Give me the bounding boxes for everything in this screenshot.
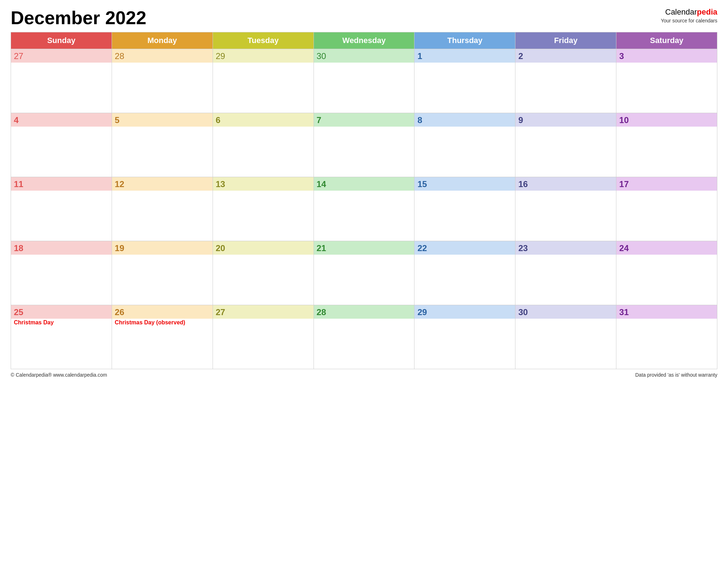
calendar-day-28-mon[interactable]: 28 (112, 49, 213, 113)
calendar-day-13-tue[interactable]: 13 (213, 177, 314, 241)
brand-highlight: pedia (697, 7, 717, 16)
holiday-label: Christmas Day (11, 319, 112, 327)
calendar-day-21-wed[interactable]: 21 (314, 241, 414, 305)
day-number: 29 (414, 305, 515, 319)
calendar-day-30-fri[interactable]: 30 (515, 305, 616, 369)
calendar-day-17-sat[interactable]: 17 (616, 177, 717, 241)
calendar-day-5-mon[interactable]: 5 (112, 113, 213, 177)
week-row-5: 25Christmas Day26Christmas Day (observed… (11, 305, 717, 369)
calendar-day-23-fri[interactable]: 23 (515, 241, 616, 305)
calendar-day-19-mon[interactable]: 19 (112, 241, 213, 305)
footer-left: © Calendarpedia® www.calendarpedia.com (11, 372, 107, 378)
day-number: 29 (213, 49, 314, 63)
brand-logo: Calendarpedia Your source for calendars (661, 7, 717, 24)
day-number: 7 (314, 113, 414, 127)
day-number: 11 (11, 177, 112, 191)
day-number: 23 (515, 241, 616, 255)
week-row-1: 27282930123 (11, 49, 717, 113)
day-number: 31 (616, 305, 717, 319)
day-number: 2 (515, 49, 616, 63)
day-number: 1 (414, 49, 515, 63)
day-number: 16 (515, 177, 616, 191)
calendar-day-11-sun[interactable]: 11 (11, 177, 112, 241)
calendar-day-22-thu[interactable]: 22 (414, 241, 515, 305)
day-number: 25 (11, 305, 112, 319)
day-number: 20 (213, 241, 314, 255)
calendar-day-20-tue[interactable]: 20 (213, 241, 314, 305)
calendar-day-24-sat[interactable]: 24 (616, 241, 717, 305)
day-number: 13 (213, 177, 314, 191)
footer: © Calendarpedia® www.calendarpedia.com D… (11, 372, 717, 378)
calendar-table: Sunday Monday Tuesday Wednesday Thursday… (11, 32, 717, 369)
day-number: 4 (11, 113, 112, 127)
header-saturday: Saturday (616, 32, 717, 49)
header-wednesday: Wednesday (314, 32, 414, 49)
day-number: 30 (314, 49, 414, 63)
calendar-day-28-wed[interactable]: 28 (314, 305, 414, 369)
calendar-day-4-sun[interactable]: 4 (11, 113, 112, 177)
calendar-day-2-fri[interactable]: 2 (515, 49, 616, 113)
calendar-day-10-sat[interactable]: 10 (616, 113, 717, 177)
calendar-day-7-wed[interactable]: 7 (314, 113, 414, 177)
header-sunday: Sunday (11, 32, 112, 49)
week-row-3: 11121314151617 (11, 177, 717, 241)
day-number: 26 (112, 305, 213, 319)
day-number: 3 (616, 49, 717, 63)
day-number: 30 (515, 305, 616, 319)
calendar-day-26-mon[interactable]: 26Christmas Day (observed) (112, 305, 213, 369)
calendar-day-9-fri[interactable]: 9 (515, 113, 616, 177)
day-number: 17 (616, 177, 717, 191)
day-number: 19 (112, 241, 213, 255)
weekday-header-row: Sunday Monday Tuesday Wednesday Thursday… (11, 32, 717, 49)
header-thursday: Thursday (414, 32, 515, 49)
calendar-day-3-sat[interactable]: 3 (616, 49, 717, 113)
day-number: 12 (112, 177, 213, 191)
calendar-day-6-tue[interactable]: 6 (213, 113, 314, 177)
brand-name: Calendarpedia (661, 7, 717, 17)
calendar-day-27-tue[interactable]: 27 (213, 305, 314, 369)
header-friday: Friday (515, 32, 616, 49)
calendar-day-25-sun[interactable]: 25Christmas Day (11, 305, 112, 369)
calendar-day-1-thu[interactable]: 1 (414, 49, 515, 113)
day-number: 10 (616, 113, 717, 127)
day-number: 8 (414, 113, 515, 127)
day-number: 5 (112, 113, 213, 127)
day-number: 9 (515, 113, 616, 127)
day-number: 15 (414, 177, 515, 191)
calendar-day-16-fri[interactable]: 16 (515, 177, 616, 241)
day-number: 14 (314, 177, 414, 191)
day-number: 28 (112, 49, 213, 63)
day-number: 27 (11, 49, 112, 63)
calendar-day-27-sun[interactable]: 27 (11, 49, 112, 113)
holiday-label: Christmas Day (observed) (112, 319, 213, 327)
calendar-day-31-sat[interactable]: 31 (616, 305, 717, 369)
month-title: December 2022 (11, 7, 146, 28)
week-row-2: 45678910 (11, 113, 717, 177)
day-number: 6 (213, 113, 314, 127)
week-row-4: 18192021222324 (11, 241, 717, 305)
calendar-day-29-thu[interactable]: 29 (414, 305, 515, 369)
header-tuesday: Tuesday (213, 32, 314, 49)
calendar-day-12-mon[interactable]: 12 (112, 177, 213, 241)
day-number: 24 (616, 241, 717, 255)
day-number: 22 (414, 241, 515, 255)
calendar-day-30-wed[interactable]: 30 (314, 49, 414, 113)
calendar-day-18-sun[interactable]: 18 (11, 241, 112, 305)
day-number: 18 (11, 241, 112, 255)
calendar-day-29-tue[interactable]: 29 (213, 49, 314, 113)
page-header: December 2022 Calendarpedia Your source … (11, 7, 717, 28)
day-number: 21 (314, 241, 414, 255)
calendar-day-8-thu[interactable]: 8 (414, 113, 515, 177)
header-monday: Monday (112, 32, 213, 49)
footer-right: Data provided 'as is' without warranty (635, 372, 717, 378)
day-number: 27 (213, 305, 314, 319)
brand-subtitle: Your source for calendars (661, 17, 717, 24)
calendar-day-15-thu[interactable]: 15 (414, 177, 515, 241)
calendar-day-14-wed[interactable]: 14 (314, 177, 414, 241)
day-number: 28 (314, 305, 414, 319)
